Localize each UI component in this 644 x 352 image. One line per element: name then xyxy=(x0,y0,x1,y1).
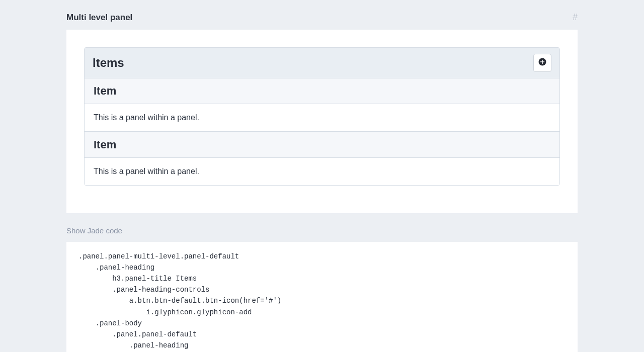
section-title: Multi level panel xyxy=(66,13,132,23)
show-code-toggle[interactable]: Show Jade code xyxy=(66,226,578,235)
code-card: .panel.panel-multi-level.panel-default .… xyxy=(66,242,578,352)
inner-panel-title: Item xyxy=(94,84,550,98)
outer-panel-title: Items xyxy=(93,56,124,70)
permalink-hash[interactable]: # xyxy=(573,12,578,23)
inner-panel-body: This is a panel within a panel. xyxy=(85,104,559,132)
inner-panel: Item This is a panel within a panel. xyxy=(85,78,559,132)
svg-rect-2 xyxy=(540,61,544,62)
inner-panel: Item This is a panel within a panel. xyxy=(85,132,559,185)
outer-panel-heading: Items xyxy=(85,48,559,78)
jade-code-block: .panel.panel-multi-level.panel-default .… xyxy=(78,251,566,352)
outer-panel-body: Item This is a panel within a panel. Ite… xyxy=(85,78,559,185)
section-header: Multi level panel # xyxy=(66,12,578,30)
add-button[interactable] xyxy=(533,54,551,72)
inner-panel-heading: Item xyxy=(85,132,559,158)
example-card: Items Item This is a xyxy=(66,30,578,213)
inner-panel-heading: Item xyxy=(85,78,559,104)
inner-panel-body: This is a panel within a panel. xyxy=(85,158,559,185)
inner-panel-title: Item xyxy=(94,138,550,151)
outer-panel: Items Item This is a xyxy=(84,47,560,186)
plus-circle-icon xyxy=(538,57,547,68)
